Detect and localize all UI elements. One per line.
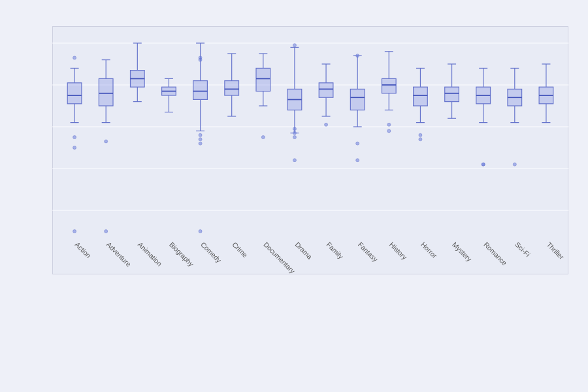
svg-text:Crime: Crime bbox=[231, 240, 249, 259]
svg-text:Family: Family bbox=[325, 240, 346, 261]
svg-text:Action: Action bbox=[74, 240, 93, 259]
chart-container: 200-20-40-60ActionAdventureAnimationBiog… bbox=[0, 0, 588, 392]
svg-rect-25 bbox=[99, 78, 113, 106]
svg-text:Romance: Romance bbox=[482, 240, 508, 267]
svg-point-82 bbox=[293, 127, 296, 131]
svg-point-117 bbox=[419, 138, 422, 141]
svg-point-55 bbox=[199, 142, 202, 145]
svg-point-90 bbox=[325, 123, 328, 126]
svg-rect-68 bbox=[256, 68, 270, 91]
svg-point-54 bbox=[199, 138, 202, 141]
svg-text:Comedy: Comedy bbox=[199, 240, 223, 265]
svg-point-80 bbox=[293, 136, 296, 139]
svg-text:Biography: Biography bbox=[168, 240, 195, 268]
chart-title bbox=[7, 13, 581, 23]
svg-point-79 bbox=[293, 44, 296, 47]
svg-text:Horror: Horror bbox=[419, 240, 439, 260]
svg-point-28 bbox=[105, 140, 108, 143]
svg-point-27 bbox=[105, 230, 108, 233]
svg-rect-61 bbox=[225, 81, 239, 95]
svg-point-50 bbox=[199, 230, 202, 233]
svg-rect-106 bbox=[382, 78, 396, 93]
svg-text:Animation: Animation bbox=[137, 240, 164, 268]
svg-point-52 bbox=[199, 58, 202, 61]
svg-text:Drama: Drama bbox=[294, 240, 314, 261]
chart-area: 200-20-40-60ActionAdventureAnimationBiog… bbox=[52, 26, 568, 327]
svg-point-100 bbox=[356, 142, 359, 145]
svg-rect-14 bbox=[67, 83, 82, 104]
svg-point-18 bbox=[73, 136, 76, 139]
svg-point-108 bbox=[387, 129, 391, 133]
svg-point-134 bbox=[482, 163, 485, 166]
svg-rect-48 bbox=[193, 81, 208, 100]
svg-point-78 bbox=[293, 159, 296, 162]
svg-point-17 bbox=[73, 56, 76, 59]
svg-text:Mystery: Mystery bbox=[451, 240, 474, 263]
svg-point-98 bbox=[356, 159, 359, 162]
svg-point-81 bbox=[293, 131, 296, 135]
svg-rect-96 bbox=[350, 89, 365, 110]
svg-rect-88 bbox=[319, 83, 333, 97]
svg-point-109 bbox=[387, 123, 391, 126]
svg-text:Thriller: Thriller bbox=[546, 240, 566, 261]
svg-text:History: History bbox=[388, 240, 409, 261]
svg-point-142 bbox=[513, 163, 516, 166]
svg-point-118 bbox=[419, 133, 422, 137]
svg-rect-124 bbox=[445, 87, 459, 101]
box-plot-svg: 200-20-40-60ActionAdventureAnimationBiog… bbox=[52, 26, 568, 274]
svg-point-70 bbox=[261, 136, 265, 139]
svg-point-16 bbox=[73, 230, 76, 233]
svg-text:Fantasy: Fantasy bbox=[357, 240, 380, 263]
svg-point-53 bbox=[199, 133, 202, 137]
svg-text:Sci-Fi: Sci-Fi bbox=[514, 240, 531, 258]
svg-point-19 bbox=[73, 146, 76, 150]
svg-rect-115 bbox=[414, 87, 428, 106]
svg-point-99 bbox=[356, 54, 359, 57]
svg-text:Adventure: Adventure bbox=[105, 240, 133, 268]
svg-text:Documentary: Documentary bbox=[262, 240, 297, 274]
